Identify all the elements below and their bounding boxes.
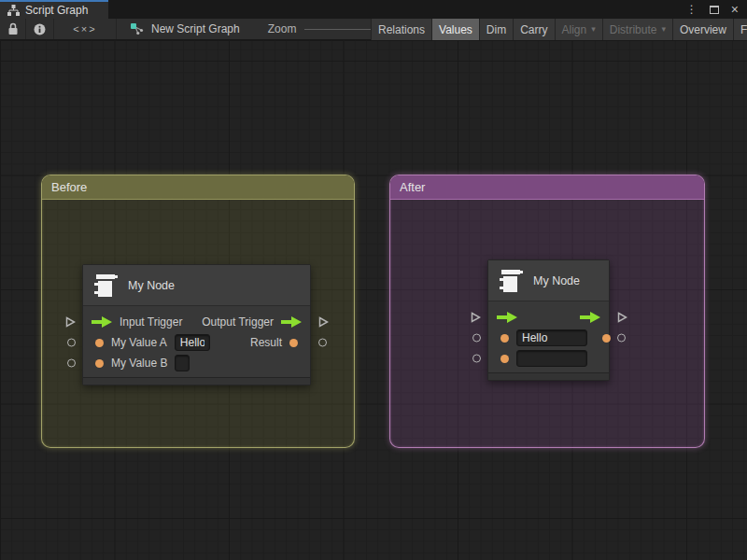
port-label-output-trigger: Output Trigger — [202, 315, 274, 329]
toolbar-button-relations[interactable]: Relations — [371, 19, 431, 40]
group-label-after: After — [400, 180, 425, 194]
chevron-down-icon: ▾ — [661, 25, 666, 34]
zoom-slider[interactable] — [304, 29, 379, 30]
node-icon — [499, 267, 523, 295]
value-input-b[interactable] — [516, 350, 587, 367]
graph-canvas[interactable]: Before After My Nod — [0, 41, 747, 560]
new-script-graph-button[interactable]: New Script Graph — [117, 19, 253, 39]
button-label: Values — [439, 23, 472, 36]
toolbar-button-dim[interactable]: Dim — [479, 19, 513, 40]
value-port-icon[interactable] — [289, 339, 298, 347]
port-row-value-a — [488, 328, 609, 348]
code-view-button[interactable]: <×> — [54, 19, 117, 39]
value-port-icon[interactable] — [95, 359, 104, 368]
node-body: Input Trigger Output Trigger My Value A — [83, 306, 310, 377]
graph-toolbar: <×> New Script Graph Zoom 1x Relations — [0, 19, 747, 40]
port-label-value-b: My Value B — [111, 357, 167, 370]
trigger-port-icon[interactable] — [281, 316, 302, 328]
button-label: Align — [562, 23, 587, 36]
group-header-before[interactable]: Before — [42, 175, 354, 200]
kebab-menu-icon[interactable]: ⋮ — [686, 3, 698, 16]
button-label: Relations — [378, 23, 425, 36]
port-label-input-trigger: Input Trigger — [120, 315, 182, 329]
zoom-label: Zoom — [268, 22, 297, 35]
trigger-port-icon[interactable] — [497, 312, 517, 323]
node-my-node-after[interactable]: My Node — [487, 259, 610, 381]
graph-hierarchy-icon — [7, 5, 20, 16]
external-value-port-icon[interactable] — [318, 339, 327, 347]
lock-button[interactable] — [0, 19, 26, 39]
chevron-down-icon: ▾ — [591, 25, 596, 34]
node-icon — [93, 272, 118, 300]
value-input-a[interactable] — [175, 334, 210, 351]
script-graph-icon — [130, 22, 144, 35]
node-footer — [83, 377, 310, 385]
external-trigger-port-icon[interactable] — [617, 312, 627, 323]
external-trigger-port-icon[interactable] — [65, 316, 76, 328]
tab-script-graph[interactable]: Script Graph — [0, 0, 108, 19]
external-value-port-icon[interactable] — [617, 334, 626, 343]
button-label: Full Scr — [740, 23, 747, 36]
group-label-before: Before — [51, 180, 87, 194]
toolbar-button-overview[interactable]: Overview — [672, 19, 733, 40]
node-title: My Node — [128, 279, 175, 292]
value-input-b[interactable] — [175, 355, 190, 371]
toolbar-button-carry[interactable]: Carry — [513, 19, 554, 40]
info-button[interactable] — [26, 19, 54, 39]
button-label: Distribute — [610, 23, 657, 36]
toolbar-toggle-buttons: Relations Values Dim Carry Align ▾ Distr… — [371, 19, 747, 40]
value-input-a[interactable] — [516, 329, 587, 346]
unity-script-graph-window: Script Graph ⋮ × — [0, 0, 747, 560]
node-header[interactable]: My Node — [488, 260, 609, 301]
button-label: Dim — [486, 23, 506, 36]
toolbar-button-fullscreen[interactable]: Full Scr — [733, 19, 747, 40]
node-title: My Node — [533, 274, 580, 287]
toolbar-button-align[interactable]: Align ▾ — [555, 19, 602, 40]
maximize-icon[interactable] — [710, 6, 719, 14]
external-value-port-icon[interactable] — [67, 339, 76, 347]
port-label-value-a: My Value A — [111, 336, 167, 349]
value-port-icon[interactable] — [602, 334, 611, 343]
close-icon[interactable]: × — [731, 5, 739, 14]
external-trigger-port-icon[interactable] — [318, 316, 329, 328]
button-label: Overview — [680, 23, 726, 36]
port-row-value-b: My Value B — [83, 353, 310, 373]
toolbar-button-values[interactable]: Values — [431, 19, 479, 40]
group-header-after[interactable]: After — [390, 175, 704, 200]
value-port-icon[interactable] — [95, 339, 104, 347]
tab-title: Script Graph — [25, 4, 88, 17]
external-value-port-icon[interactable] — [67, 359, 76, 368]
toolbar-button-distribute[interactable]: Distribute ▾ — [602, 19, 672, 40]
value-port-icon[interactable] — [500, 334, 509, 343]
port-label-result: Result — [250, 336, 282, 349]
info-icon — [34, 23, 46, 35]
trigger-port-icon[interactable] — [92, 316, 112, 328]
port-row-value-a: My Value A Result — [83, 332, 310, 353]
node-footer — [488, 372, 609, 380]
external-value-port-icon[interactable] — [472, 334, 481, 343]
window-controls: ⋮ × — [686, 0, 747, 19]
lock-icon — [7, 22, 19, 35]
value-port-icon[interactable] — [500, 355, 509, 363]
port-row-trigger — [488, 307, 609, 328]
node-my-node-before[interactable]: My Node Input Trigger Output Trigger — [82, 264, 311, 385]
port-row-trigger: Input Trigger Output Trigger — [83, 312, 310, 332]
trigger-port-icon[interactable] — [580, 312, 600, 323]
node-body — [488, 301, 609, 372]
button-label: Carry — [520, 23, 547, 36]
port-row-value-b — [488, 348, 609, 369]
external-value-port-icon[interactable] — [472, 355, 481, 363]
graph-name-label: New Script Graph — [151, 22, 240, 35]
external-trigger-port-icon[interactable] — [471, 312, 481, 323]
tab-bar: Script Graph ⋮ × — [0, 0, 747, 19]
node-header[interactable]: My Node — [83, 265, 310, 306]
